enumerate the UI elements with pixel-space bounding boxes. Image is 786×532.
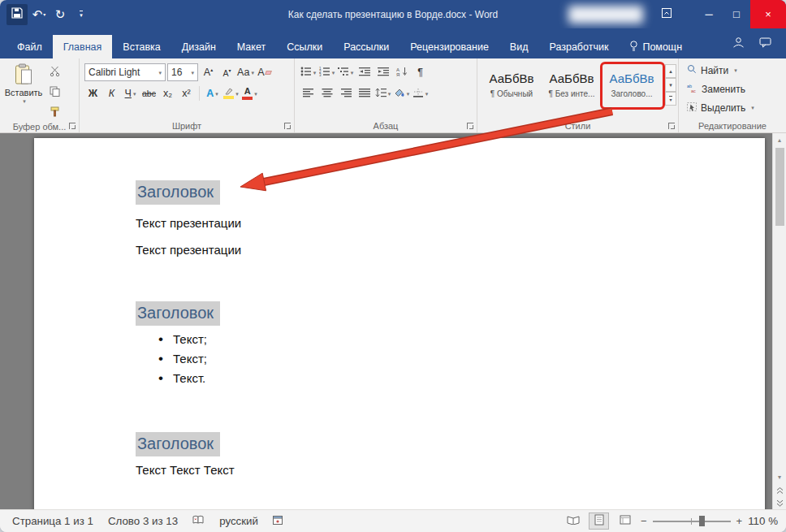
tab-home[interactable]: Главная <box>53 35 113 58</box>
proofing-status-button[interactable] <box>185 515 212 527</box>
bullet-item[interactable]: Текст. <box>136 371 732 385</box>
align-left-button[interactable] <box>300 85 317 102</box>
text-effects-button[interactable]: А▾ <box>204 85 221 102</box>
clipboard-dialog-launcher[interactable] <box>69 123 76 129</box>
zoom-slider[interactable] <box>653 521 731 522</box>
word-count[interactable]: Слово 3 из 13 <box>101 515 185 527</box>
vertical-scrollbar[interactable]: ▴ ▾ <box>772 133 786 509</box>
copy-button[interactable] <box>46 84 63 101</box>
styles-scroll-up-button[interactable]: ▴ <box>665 64 676 78</box>
clipboard-group: Вставить ▾ Буфер обм... <box>0 58 80 132</box>
zoom-slider-thumb[interactable] <box>699 516 705 526</box>
redo-button[interactable]: ↻ <box>50 4 70 25</box>
text-highlight-button[interactable]: ▾ <box>222 85 240 102</box>
font-dialog-launcher[interactable] <box>284 123 291 129</box>
document-heading-2[interactable]: Заголовок <box>136 301 220 326</box>
qat-customize-button[interactable]: ▾ <box>71 4 91 25</box>
document-heading-3[interactable]: Заголовок <box>136 432 220 456</box>
undo-button[interactable]: ↶▾ <box>29 4 49 25</box>
print-layout-button[interactable] <box>589 513 609 530</box>
justify-button[interactable] <box>356 85 373 102</box>
tab-view[interactable]: Вид <box>499 35 539 58</box>
styles-dialog-launcher[interactable] <box>668 123 675 129</box>
superscript-button[interactable]: x² <box>178 85 195 102</box>
align-center-button[interactable] <box>318 85 335 102</box>
paste-button[interactable]: Вставить ▾ <box>5 62 42 121</box>
align-right-button[interactable] <box>337 85 354 102</box>
web-layout-button[interactable] <box>615 513 635 530</box>
paragraph-dialog-launcher[interactable] <box>467 123 473 129</box>
style-normal[interactable]: АаБбВв ¶ Обычный <box>482 62 541 107</box>
shrink-font-button[interactable]: А▾ <box>218 64 235 81</box>
document-paragraph[interactable]: Текст Текст Текст <box>136 463 732 477</box>
read-mode-button[interactable] <box>563 513 583 530</box>
document-paragraph[interactable]: Текст презентации <box>136 216 732 230</box>
font-color-button[interactable]: А▾ <box>241 85 258 102</box>
close-button[interactable]: × <box>750 0 786 28</box>
page-indicator[interactable]: Страница 1 из 1 <box>5 515 101 527</box>
bullet-item[interactable]: Текст; <box>136 352 732 365</box>
replace-button[interactable]: abac Заменить <box>687 80 786 97</box>
style-heading-1[interactable]: АаБбВв Заголово... <box>602 62 661 107</box>
line-spacing-button[interactable]: ▾ <box>374 85 391 102</box>
tab-mailings[interactable]: Рассылки <box>333 35 399 58</box>
format-painter-button[interactable] <box>46 104 63 121</box>
styles-scroll-down-button[interactable]: ▾ <box>665 78 676 92</box>
font-size-combobox[interactable]: 16▾ <box>167 63 198 81</box>
tab-design[interactable]: Дизайн <box>171 35 227 58</box>
minimize-button[interactable]: ─ <box>695 0 723 28</box>
styles-more-button[interactable]: ▾ <box>665 92 676 106</box>
scroll-up-button[interactable]: ▴ <box>773 133 786 146</box>
font-family-combobox[interactable]: Calibri Light▾ <box>84 63 166 81</box>
decrease-indent-button[interactable] <box>356 64 373 81</box>
shading-button[interactable]: ▾ <box>393 85 410 102</box>
tab-insert[interactable]: Вставка <box>112 35 171 58</box>
scrollbar-thumb[interactable] <box>775 148 784 226</box>
clear-formatting-button[interactable]: А <box>256 64 273 81</box>
style-no-spacing[interactable]: АаБбВв ¶ Без инте... <box>542 62 601 107</box>
increase-indent-button[interactable] <box>374 64 391 81</box>
tab-file[interactable]: Файл <box>6 35 53 58</box>
tab-layout[interactable]: Макет <box>227 35 276 58</box>
save-button[interactable] <box>6 4 28 25</box>
grow-font-button[interactable]: А▴ <box>200 64 217 81</box>
change-case-button[interactable]: Аа▾ <box>237 64 254 81</box>
find-button[interactable]: Найти▾ <box>687 62 786 79</box>
account-icon[interactable] <box>732 37 745 50</box>
document-paragraph[interactable]: Текст презентации <box>136 243 732 257</box>
tab-developer[interactable]: Разработчик <box>538 35 619 58</box>
zoom-in-button[interactable]: + <box>736 515 743 527</box>
borders-button[interactable]: ▾ <box>412 85 429 102</box>
ribbon: Вставить ▾ Буфер обм... Calibri Light▾ 1 <box>0 58 786 133</box>
tab-review[interactable]: Рецензирование <box>399 35 499 58</box>
bullet-item[interactable]: Текст; <box>136 332 732 346</box>
cut-button[interactable] <box>46 63 63 80</box>
show-marks-button[interactable]: ¶ <box>412 64 429 81</box>
tab-references[interactable]: Ссылки <box>276 35 333 58</box>
macro-record-button[interactable] <box>266 515 290 527</box>
comments-icon[interactable] <box>759 37 771 50</box>
bullets-button[interactable]: ▾ <box>300 64 317 81</box>
italic-button[interactable]: К <box>103 85 120 102</box>
multilevel-list-button[interactable]: ▾ <box>337 64 354 81</box>
tab-help[interactable]: Помощн <box>619 35 693 58</box>
document-bullet-list: Текст; Текст; Текст. <box>136 332 732 385</box>
bold-button[interactable]: Ж <box>84 85 101 102</box>
maximize-button[interactable]: □ <box>723 0 750 28</box>
select-button[interactable]: Выделить▾ <box>687 99 786 116</box>
scroll-down-button[interactable]: ▾ <box>773 470 786 483</box>
previous-page-button[interactable] <box>773 483 786 496</box>
document-heading-1[interactable]: Заголовок <box>136 180 220 205</box>
zoom-level[interactable]: 110 % <box>748 515 778 527</box>
zoom-out-button[interactable]: − <box>641 515 647 527</box>
numbering-button[interactable]: 123▾ <box>318 64 335 81</box>
strikethrough-button[interactable]: abc <box>140 85 158 102</box>
ribbon-display-options-button[interactable] <box>653 0 680 28</box>
format-painter-icon <box>50 106 60 119</box>
underline-button[interactable]: Ч▾ <box>122 85 139 102</box>
subscript-button[interactable]: x₂ <box>159 85 176 102</box>
language-indicator[interactable]: русский <box>212 515 266 527</box>
next-page-button[interactable] <box>773 496 786 509</box>
sort-button[interactable]: АЯ <box>393 64 410 81</box>
document-page[interactable]: Заголовок Текст презентации Текст презен… <box>34 138 765 509</box>
